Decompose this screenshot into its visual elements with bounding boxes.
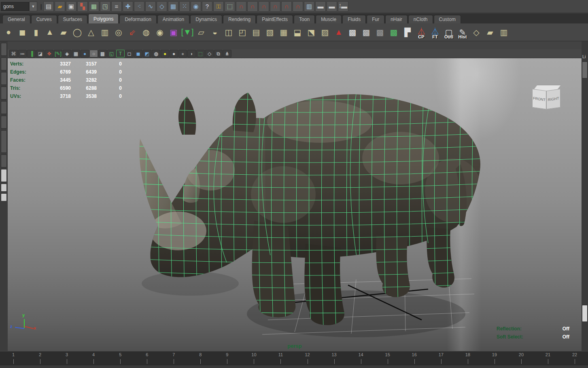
emitter-tool-icon[interactable]: ◉	[191, 1, 201, 12]
timeline-frame[interactable]: 8	[187, 351, 214, 365]
shelf-tab[interactable]: Surfaces	[58, 15, 87, 23]
snap-to-curve-icon[interactable]: ∩	[247, 1, 258, 12]
shelf-tab[interactable]: Fluids	[342, 15, 366, 23]
add-divisions-icon[interactable]: ▦	[277, 25, 291, 40]
timeline-frame[interactable]: 14	[348, 351, 374, 365]
lighting-default-icon[interactable]: ●	[170, 50, 178, 57]
poly-cube-icon[interactable]: ◼	[15, 25, 29, 40]
timeline-frame[interactable]: 9	[214, 351, 240, 365]
timeline-frame[interactable]: 2	[27, 351, 53, 365]
toolbox-button[interactable]	[1, 184, 7, 192]
poly-pipe-icon[interactable]: ▥	[98, 25, 112, 40]
channel-box-button[interactable]	[582, 305, 588, 322]
toolbox-button[interactable]	[1, 72, 7, 85]
mirror-geometry-icon[interactable]: ⇙	[125, 25, 139, 40]
smooth-shade-icon[interactable]: ◼	[134, 50, 142, 57]
toolbox-button[interactable]	[1, 57, 7, 70]
sculpt-geometry-icon[interactable]: ◎	[112, 25, 125, 40]
transfer-attributes-icon[interactable]: ⏃ FT	[428, 25, 442, 40]
history-icon[interactable]: ✎ Hist	[456, 25, 469, 40]
toolbox-button[interactable]	[1, 43, 7, 56]
shadows-icon[interactable]: ◗	[187, 50, 196, 57]
use-default-material-icon[interactable]: ◍	[152, 50, 160, 57]
booleans-icon[interactable]: ◒	[208, 25, 222, 40]
lock-icon[interactable]: ⚿	[213, 1, 224, 12]
textured-mode-icon[interactable]: ◩	[143, 50, 151, 57]
shelf-tab[interactable]: Curves	[31, 15, 57, 23]
film-gate-icon[interactable]: ▦	[72, 50, 80, 57]
timeline-frame[interactable]: 17	[428, 351, 454, 365]
2d-pan-zoom-icon[interactable]: ✥	[45, 50, 53, 57]
toolbar-separator[interactable]: ❙	[40, 2, 42, 11]
toolbox-button[interactable]	[1, 154, 7, 167]
camera-attributes-icon[interactable]: ≔	[18, 50, 27, 57]
toolbox-button[interactable]	[1, 101, 7, 114]
view-cube-right-face[interactable]: RIGHT	[546, 89, 560, 110]
timeline-frame[interactable]: 12	[294, 351, 321, 365]
menu-set-selector[interactable]: gons ▼	[1, 2, 37, 11]
render-view-icon[interactable]: ▥	[304, 1, 314, 12]
offset-edge-loop-icon[interactable]: ▧	[263, 25, 277, 40]
select-component-icon[interactable]: ◳	[100, 1, 110, 12]
field-chart-icon[interactable]: ▩	[98, 50, 107, 57]
shelf-tab[interactable]: Rendering	[223, 15, 256, 23]
subdiv-proxy-icon[interactable]: ◉	[153, 25, 167, 40]
safe-title-icon[interactable]: T	[116, 50, 125, 57]
timeline-frame[interactable]: 11	[267, 351, 294, 365]
timeline-frame[interactable]: 21	[535, 351, 561, 365]
cut-faces-icon[interactable]: ◰	[236, 25, 249, 40]
exposure-icon[interactable]: ⋔	[223, 50, 231, 57]
channel-box-menu-label[interactable]: Li	[582, 54, 588, 59]
crease-tool-icon[interactable]: ▣	[167, 25, 180, 40]
lattice-tool-icon[interactable]: ▦	[168, 1, 178, 12]
shelf-tab[interactable]: Polygons	[88, 14, 119, 23]
shelf-tab[interactable]: Fur	[367, 15, 384, 23]
insert-edge-loop-icon[interactable]: ▤	[249, 25, 263, 40]
quad-draw-icon[interactable]: ◇	[469, 25, 483, 40]
view-cube[interactable]: FRONT RIGHT	[531, 85, 560, 112]
toolbox-button[interactable]	[1, 130, 7, 153]
poly-pyramid-icon[interactable]: △	[84, 25, 98, 40]
timeline-frame[interactable]: 19	[481, 351, 508, 365]
menu-set-value[interactable]: gons	[1, 2, 29, 11]
gate-mask-icon[interactable]: ○	[89, 50, 98, 57]
timeline-frame[interactable]: 22	[561, 351, 588, 365]
shelf-tab[interactable]: Animation	[157, 15, 189, 23]
timeline-frame[interactable]: 16	[401, 351, 428, 365]
help-icon[interactable]: ?	[202, 1, 212, 12]
toolbox-button[interactable]	[1, 87, 7, 99]
xray-icon[interactable]: ◇	[205, 50, 214, 57]
xray-joints-icon[interactable]: ⧉	[214, 50, 223, 57]
poly-plane-icon[interactable]: ▰	[57, 25, 70, 40]
uv-texture-t-icon[interactable]: ▩	[387, 25, 401, 40]
timeline-frame[interactable]: 15	[374, 351, 401, 365]
select-camera-icon[interactable]: ⌘	[9, 50, 18, 57]
select-hierarchy-icon[interactable]: ▚	[77, 1, 88, 12]
particles-tool-icon[interactable]: ⁙	[179, 1, 190, 12]
isolate-select-icon[interactable]: ⬚	[196, 50, 205, 57]
shelf-tab[interactable]: nHair	[385, 15, 408, 23]
extrude-icon[interactable]: ⬓	[291, 25, 304, 40]
shelf-tab[interactable]: Muscle	[316, 15, 342, 23]
curve-tool-icon[interactable]: ∿	[145, 1, 156, 12]
shelf-tab[interactable]: General	[2, 15, 30, 23]
poly-cone-icon[interactable]: ▲	[43, 25, 57, 40]
shelf-tab[interactable]: nCloth	[408, 15, 433, 23]
multi-cut-icon[interactable]: ▰	[483, 25, 497, 40]
timeline-frame[interactable]: 10	[240, 351, 267, 365]
timeline-frame[interactable]: 5	[107, 351, 134, 365]
channel-box-button[interactable]	[582, 61, 588, 78]
smooth-icon[interactable]: ◍	[139, 25, 153, 40]
timeline-frame[interactable]: 7	[160, 351, 187, 365]
outliner-icon[interactable]: ▢ Outl	[442, 25, 456, 40]
connect-icon[interactable]: ▥	[497, 25, 511, 40]
timeline-frame[interactable]: 6	[134, 351, 160, 365]
soft-select-falloff-icon[interactable]: ▲	[332, 25, 346, 40]
append-polygon-icon[interactable]: ▨	[318, 25, 332, 40]
plane-tool-icon[interactable]: ◇	[157, 1, 167, 12]
shelf-tab[interactable]: Deformation	[119, 15, 156, 23]
lighting-none-icon[interactable]: ●	[178, 50, 187, 57]
rhino-3d-scene[interactable]	[8, 58, 582, 351]
range-slider-strip[interactable]	[0, 365, 588, 368]
snap-to-point-icon[interactable]: ∩	[259, 1, 269, 12]
